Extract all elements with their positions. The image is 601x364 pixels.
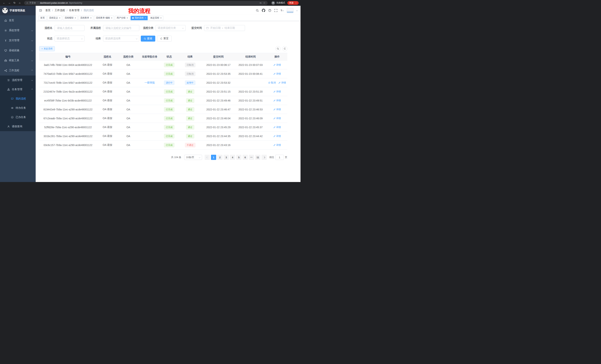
page-button-4[interactable]: 4 — [230, 155, 235, 160]
sidebar-item-done-tasks[interactable]: 已办任务 — [0, 113, 36, 122]
pagination: 共 104 条 10条/页 1 2 3 4 5 6 ••• 11 前往 — [39, 155, 287, 160]
date-end-placeholder: 结束日期 — [225, 26, 235, 30]
update-button[interactable]: 更新 ⋮ — [287, 1, 299, 5]
show-search-button[interactable] — [275, 46, 280, 51]
tab-process-model[interactable]: 流程模型× — [63, 16, 78, 20]
detail-button[interactable]: 详情 — [273, 144, 281, 147]
sidebar-menu: 首页 系统管理 支付管理 基础设施 — [0, 15, 36, 131]
reset-button[interactable]: 重置 — [157, 36, 172, 42]
sidebar-item-task-management[interactable]: 任务管理 — [0, 85, 36, 94]
todo-tasks-icon — [11, 106, 14, 109]
close-icon[interactable]: × — [160, 17, 161, 19]
detail-button[interactable]: 详情 — [273, 99, 281, 102]
browser-back-icon[interactable]: ← — [2, 0, 6, 6]
page-button-2[interactable]: 2 — [217, 155, 222, 160]
sidebar-item-process-management[interactable]: 流程管理 — [0, 76, 36, 85]
browser-menu-icon[interactable]: ⋮ — [294, 2, 298, 4]
table-toolbar: + 发起流程 — [39, 46, 287, 51]
breadcrumb-current: 我的流程 — [84, 9, 94, 12]
address-bar[interactable]: ⚠ 不安全 dashboard.yudao.iocoder.cn/bpm/tas… — [24, 1, 268, 5]
detail-button[interactable]: 详情 — [273, 108, 281, 111]
caret-down-icon[interactable] — [296, 10, 298, 11]
browser-forward-icon[interactable]: → — [7, 0, 11, 6]
submit-time-range-picker[interactable]: 开始日期 - 结束日期 — [204, 25, 245, 31]
key-icon[interactable] — [260, 2, 262, 4]
sidebar-item-home[interactable]: 首页 — [0, 15, 36, 25]
cancel-button[interactable]: 取消 — [268, 81, 276, 84]
process-name-input[interactable] — [55, 25, 84, 31]
chevron-down-icon — [31, 50, 33, 51]
detail-button[interactable]: 详情 — [273, 63, 281, 67]
close-icon[interactable]: × — [59, 17, 60, 19]
tab-process-definition[interactable]: 流程定义× — [47, 16, 62, 20]
detail-button[interactable]: 详情 — [273, 117, 281, 120]
start-process-button[interactable]: + 发起流程 — [39, 46, 55, 51]
goto-page-input[interactable] — [275, 155, 284, 160]
sidebar-item-payment-management[interactable]: 支付管理 — [0, 35, 36, 46]
page-button-6[interactable]: 6 — [242, 155, 248, 160]
sidebar-item-workflow[interactable]: 工作流程 — [0, 66, 36, 76]
help-icon[interactable] — [268, 9, 271, 12]
col-submit-time: 提交时间 — [203, 53, 234, 60]
cell-process-name: OA 请假 — [97, 123, 118, 132]
close-icon[interactable]: × — [111, 17, 112, 19]
fullscreen-icon[interactable] — [274, 9, 278, 12]
close-icon[interactable]: × — [75, 17, 76, 19]
detail-button[interactable]: 详情 — [273, 72, 281, 76]
close-icon[interactable]: × — [127, 17, 128, 19]
cell-current-task — [139, 114, 161, 123]
main-content: 我的流程 首页 / 工作流程 / 任务管理 / 我的流程 — [36, 6, 300, 182]
tab-my-process[interactable]: 我的流程× — [130, 16, 148, 20]
star-icon[interactable]: ☆ — [263, 1, 265, 4]
breadcrumb-item[interactable]: 工作流程 — [55, 9, 65, 12]
cell-process-name: OA 请假 — [97, 96, 118, 105]
sidebar-toggle-icon[interactable] — [39, 9, 42, 12]
category-select[interactable]: 请选择流程分类 — [156, 25, 186, 31]
detail-button[interactable]: 详情 — [278, 81, 286, 84]
sidebar-item-devtools[interactable]: 研发工具 — [0, 56, 36, 66]
process-name-label: 流程名 — [42, 26, 55, 30]
page-button-3[interactable]: 3 — [224, 155, 229, 160]
browser-home-icon[interactable]: ⌂ — [18, 0, 22, 6]
tab-process-form-edit[interactable]: 流程表单-编辑× — [94, 16, 114, 20]
result-select[interactable]: 请选择流结果 — [103, 36, 139, 42]
breadcrumb-item[interactable]: 任务管理 — [69, 9, 80, 12]
tab-process-form[interactable]: 流程表单× — [79, 16, 93, 20]
refresh-button[interactable] — [282, 46, 287, 51]
status-select[interactable]: 请选择状态 — [55, 36, 84, 42]
app-logo[interactable]: 芋道管理系统 — [0, 6, 36, 15]
detail-button[interactable]: 详情 — [273, 90, 281, 93]
detail-button[interactable]: 详情 — [273, 126, 281, 129]
sidebar-item-leave-query[interactable]: 请假查询 — [0, 122, 36, 131]
close-icon[interactable]: × — [145, 17, 146, 19]
avatar[interactable] — [287, 8, 293, 13]
tab-home[interactable]: 首页 — [39, 16, 46, 20]
detail-label: 详情 — [276, 117, 281, 120]
sidebar-item-infrastructure[interactable]: 基础设施 — [0, 46, 36, 56]
sidebar-item-system-management[interactable]: 系统管理 — [0, 25, 36, 35]
breadcrumb-item[interactable]: 首页 — [45, 9, 50, 12]
page-button-5[interactable]: 5 — [236, 155, 241, 160]
cell-end-time: 2022-01-22 23:46:53 — [234, 105, 267, 114]
page-button-1[interactable]: 1 — [211, 155, 216, 160]
current-task-link[interactable]: 一级审批 — [144, 81, 155, 84]
search-button[interactable]: 搜索 — [141, 36, 155, 42]
browser-reload-icon[interactable]: ↻ — [12, 0, 17, 6]
more-pages-button[interactable]: ••• — [249, 155, 254, 160]
font-size-icon[interactable]: TT — [280, 9, 284, 12]
process-definition-input[interactable] — [103, 25, 139, 31]
sidebar-item-todo-tasks[interactable]: 待办任务 — [0, 103, 36, 113]
sidebar-item-label: 首页 — [9, 19, 33, 22]
close-icon[interactable]: × — [90, 17, 91, 19]
github-icon[interactable] — [262, 9, 265, 12]
next-page-button[interactable] — [261, 155, 267, 160]
page-size-select[interactable]: 10条/页 — [184, 155, 202, 160]
search-icon[interactable] — [256, 9, 259, 12]
tab-user-group[interactable]: 用户分组× — [115, 16, 130, 20]
sidebar-item-my-process[interactable]: 我的流程 — [0, 94, 36, 103]
page-button-11[interactable]: 11 — [255, 155, 260, 160]
prev-page-button[interactable] — [205, 155, 210, 160]
tab-start-process[interactable]: 发起流程× — [149, 16, 163, 20]
detail-label: 详情 — [276, 126, 281, 129]
detail-button[interactable]: 详情 — [273, 134, 281, 138]
